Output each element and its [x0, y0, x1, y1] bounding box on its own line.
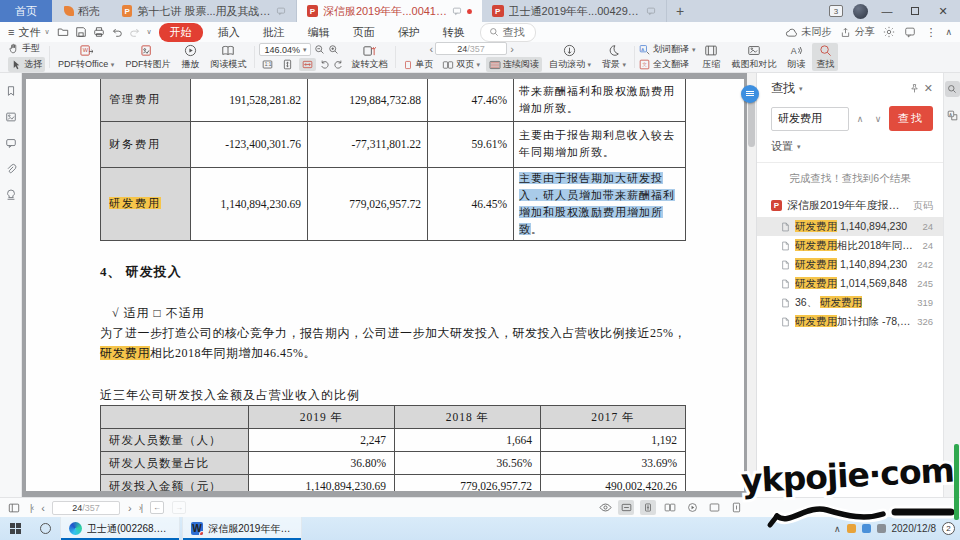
find-result-item[interactable]: 研发费用 1,140,894,230 24	[757, 217, 943, 236]
zoom-out-icon[interactable]	[314, 44, 325, 55]
document-tab-pdf-2[interactable]: P 卫士通2019年年...00429.pdf	[482, 0, 667, 22]
file-menu[interactable]: ≡ 文件 ∨	[8, 25, 50, 40]
play-toggle[interactable]	[684, 500, 700, 515]
next-view-button[interactable]: →	[172, 501, 186, 514]
find-settings-dropdown[interactable]: 设置 ▾	[757, 137, 943, 163]
fit-page-toggle[interactable]	[728, 500, 744, 515]
docer-tab[interactable]: 稻壳	[52, 0, 112, 22]
find-result-item[interactable]: 36、 研发费用 319	[757, 293, 943, 312]
taskbar-date[interactable]: 2020/12/8	[892, 523, 937, 534]
first-page-button[interactable]: |‹	[30, 503, 33, 513]
double-page-toggle[interactable]	[662, 500, 678, 515]
attachment-icon[interactable]	[5, 163, 17, 175]
open-docs-count-badge[interactable]: 3	[829, 5, 843, 17]
status-page-number-box[interactable]: 24/357	[52, 501, 120, 515]
fit-page-button[interactable]	[279, 58, 296, 71]
find-result-item[interactable]: 研发费用相比2018年同期增加 24	[757, 236, 943, 255]
document-tab-active-pdf[interactable]: P 深信服2019年年...00415.pdf	[297, 0, 482, 22]
rotate-right-icon[interactable]	[333, 59, 344, 70]
share-button[interactable]: 分享	[840, 25, 874, 39]
menu-tab-edit[interactable]: 编辑	[300, 24, 338, 41]
find-result-item[interactable]: 研发费用 1,140,894,230 242	[757, 255, 943, 274]
user-avatar[interactable]	[853, 4, 868, 19]
collapse-ribbon-icon[interactable]: ∧	[945, 27, 952, 37]
actual-size-button[interactable]: 1:1	[259, 58, 276, 71]
pin-panel-icon[interactable]	[909, 83, 920, 94]
maximize-button[interactable]	[906, 3, 924, 19]
cortana-search-button[interactable]	[30, 517, 60, 540]
taskbar-app-edge[interactable]: 卫士通(002268.S...	[60, 517, 180, 540]
undo-icon[interactable]	[111, 26, 123, 38]
compress-button[interactable]: 压缩	[698, 43, 724, 71]
prev-page-button[interactable]: ‹	[429, 43, 432, 55]
find-previous-button[interactable]: ∧	[853, 108, 867, 130]
home-tab[interactable]: 首页	[0, 0, 52, 22]
close-button[interactable]: ✕	[934, 3, 952, 19]
menu-tab-annotate[interactable]: 批注	[255, 24, 293, 41]
bookmark-icon[interactable]	[5, 85, 17, 97]
tray-expand-icon[interactable]: ∧	[834, 524, 841, 534]
tray-icon[interactable]	[877, 524, 886, 533]
find-panel-toggle[interactable]	[945, 81, 960, 97]
sidebar-toggle-icon[interactable]	[6, 500, 22, 516]
next-page-button[interactable]: ›	[128, 502, 131, 514]
select-tool-button[interactable]: 选择	[8, 57, 45, 72]
background-button[interactable]: 背景 ▾	[598, 43, 630, 71]
result-file-group[interactable]: P 深信服2019年年度报告202... 页码	[757, 194, 943, 217]
hand-tool-button[interactable]: 手型	[8, 42, 45, 55]
taskbar-app-wps[interactable]: W 深信服2019年年度...	[182, 517, 302, 540]
history-dropdown-icon[interactable]: ∨	[147, 28, 152, 36]
start-button[interactable]	[0, 517, 30, 540]
document-tab-ppt[interactable]: P 第十七讲 股票...用及其战略意义	[112, 0, 297, 22]
find-button-toolbar[interactable]: 查找	[812, 43, 838, 71]
rotate-left-icon[interactable]	[319, 59, 330, 70]
single-page-toggle[interactable]	[640, 500, 656, 515]
gear-icon[interactable]	[883, 26, 895, 38]
fit-width-button[interactable]	[299, 58, 316, 71]
read-mode-button[interactable]: 阅读模式	[206, 43, 250, 71]
tray-icon[interactable]	[847, 524, 856, 533]
read-aloud-button[interactable]: A 朗读	[783, 43, 809, 71]
chevron-down-icon[interactable]: ▾	[799, 85, 803, 93]
tray-icon[interactable]	[862, 524, 871, 533]
thumbnail-image-icon[interactable]	[5, 111, 17, 123]
pdf-to-office-button[interactable]: W PDF转Office ▾	[54, 43, 118, 71]
next-page-button[interactable]: ›	[510, 43, 513, 55]
eye-protect-icon[interactable]	[599, 502, 612, 513]
play-button[interactable]: 播放	[177, 43, 203, 71]
notification-badge[interactable]: 2	[942, 522, 955, 535]
print-icon[interactable]	[93, 26, 105, 38]
open-folder-icon[interactable]	[57, 26, 69, 38]
full-translate-button[interactable]: 文 全文翻译	[639, 58, 696, 71]
zoom-level-select[interactable]: 146.04%▾	[259, 43, 311, 56]
auto-scroll-button[interactable]: 自动滚动 ▾	[545, 43, 595, 71]
last-page-button[interactable]: ›|	[139, 503, 142, 513]
vertical-scrollbar[interactable]	[747, 73, 756, 497]
find-query-input[interactable]: 研发费用	[771, 107, 849, 131]
seal-stamp-icon[interactable]	[5, 189, 17, 201]
pdf-to-image-button[interactable]: PDF转图片	[121, 43, 174, 71]
menu-tab-insert[interactable]: 插入	[210, 24, 248, 41]
save-icon[interactable]	[75, 26, 87, 38]
find-next-button[interactable]: ∨	[871, 108, 885, 130]
redo-icon[interactable]	[129, 26, 141, 38]
assistant-float-button[interactable]	[741, 85, 759, 103]
document-viewport[interactable]: 管理费用 191,528,281.82 129,884,732.88 47.46…	[22, 73, 756, 497]
menu-search-box[interactable]: 查找	[480, 23, 536, 42]
zoom-in-icon[interactable]	[328, 44, 339, 55]
menu-tab-protect[interactable]: 保护	[390, 24, 428, 41]
actual-size-toggle[interactable]	[706, 500, 722, 515]
menu-tab-convert[interactable]: 转换	[435, 24, 473, 41]
new-tab-button[interactable]: +	[667, 0, 693, 22]
cloud-sync-status[interactable]: 未同步	[785, 25, 831, 39]
menu-tab-start[interactable]: 开始	[159, 23, 203, 42]
minimize-button[interactable]: —	[878, 3, 896, 19]
find-submit-button[interactable]: 查找	[889, 106, 933, 131]
fit-width-toggle[interactable]	[618, 500, 634, 515]
page-number-box[interactable]: 24/357	[435, 42, 507, 55]
continuous-read-button[interactable]: 连续阅读	[486, 57, 542, 72]
prev-view-button[interactable]: ←	[150, 501, 164, 514]
find-result-item[interactable]: 研发费用 1,014,569,848 245	[757, 274, 943, 293]
translate-panel-toggle[interactable]: A	[945, 107, 960, 123]
rotate-document-button[interactable]: 旋转文档	[347, 43, 391, 71]
